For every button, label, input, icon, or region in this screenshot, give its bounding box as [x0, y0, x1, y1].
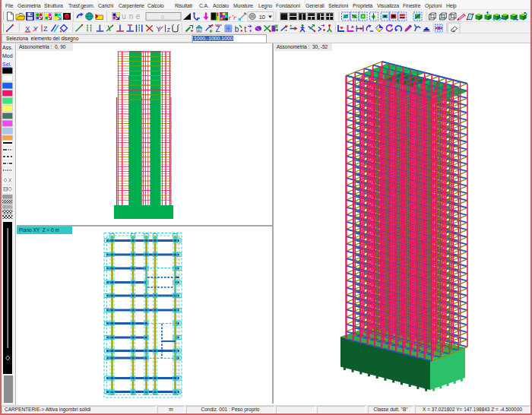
svg-text:b: b: [235, 25, 239, 33]
svg-text:Z: Z: [216, 25, 220, 33]
svg-text:u: u: [122, 12, 126, 21]
svg-text:A: A: [198, 28, 201, 33]
svg-text:r’r: r’r: [229, 14, 237, 21]
svg-text:z: z: [167, 26, 171, 33]
svg-text:X: X: [25, 25, 30, 33]
svg-text:Z: Z: [43, 25, 48, 33]
svg-text:t: t: [244, 25, 246, 33]
svg-text:10: 10: [259, 14, 265, 21]
svg-text:0: 0: [161, 14, 164, 20]
svg-text:n: n: [129, 12, 134, 21]
svg-text:e: e: [136, 12, 141, 21]
